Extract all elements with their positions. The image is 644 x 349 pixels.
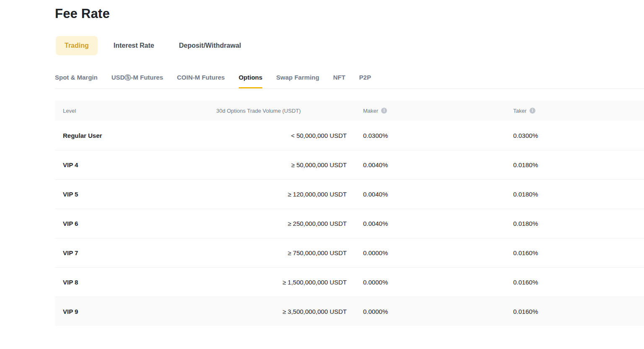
market-subtabs: Spot & Margin USDⓈ-M Futures COIN-M Futu… — [55, 69, 644, 89]
taker-fee-cell: 0.0160% — [513, 249, 644, 256]
maker-fee-cell: 0.0300% — [347, 132, 513, 139]
level-cell: VIP 5 — [55, 191, 135, 198]
table-row: VIP 4 ≥ 50,000,000 USDT 0.0040% 0.0180% — [55, 150, 644, 179]
subtab-swap-farming[interactable]: Swap Farming — [276, 69, 319, 88]
volume-cell: ≥ 1,500,000,000 USDT — [135, 279, 347, 286]
level-cell: VIP 7 — [55, 249, 135, 256]
level-cell: VIP 4 — [55, 161, 135, 168]
fee-rate-table: Level 30d Options Trade Volume (USDT) Ma… — [55, 101, 644, 326]
volume-cell: ≥ 750,000,000 USDT — [135, 249, 347, 256]
taker-fee-cell: 0.0160% — [513, 308, 644, 315]
table-row-highlighted: VIP 9 ≥ 3,500,000,000 USDT 0.0000% 0.016… — [55, 297, 644, 326]
maker-fee-cell: 0.0040% — [347, 220, 513, 227]
taker-fee-cell: 0.0180% — [513, 220, 644, 227]
taker-fee-cell: 0.0160% — [513, 279, 644, 286]
taker-fee-cell: 0.0300% — [513, 132, 644, 139]
subtab-p2p[interactable]: P2P — [359, 69, 371, 88]
maker-fee-cell: 0.0040% — [347, 161, 513, 168]
level-cell: VIP 9 — [55, 308, 135, 315]
table-row: VIP 5 ≥ 120,000,000 USDT 0.0040% 0.0180% — [55, 179, 644, 209]
main-tabs: Trading Interest Rate Deposit/Withdrawal — [56, 36, 644, 55]
column-header-taker: Taker i — [513, 108, 644, 114]
taker-fee-cell: 0.0180% — [513, 191, 644, 198]
maker-fee-cell: 0.0000% — [347, 308, 513, 315]
level-cell: VIP 8 — [55, 279, 135, 286]
fee-rate-page: Fee Rate Trading Interest Rate Deposit/W… — [0, 6, 644, 326]
subtab-options[interactable]: Options — [239, 69, 262, 88]
table-header: Level 30d Options Trade Volume (USDT) Ma… — [55, 101, 644, 121]
table-row: Regular User < 50,000,000 USDT 0.0300% 0… — [55, 121, 644, 150]
tab-interest-rate[interactable]: Interest Rate — [105, 36, 163, 55]
maker-fee-cell: 0.0040% — [347, 191, 513, 198]
column-header-taker-label: Taker — [513, 108, 527, 114]
taker-info-icon[interactable]: i — [530, 108, 535, 114]
volume-cell: ≥ 120,000,000 USDT — [135, 191, 347, 198]
tab-deposit-withdrawal[interactable]: Deposit/Withdrawal — [170, 36, 250, 55]
level-cell: Regular User — [55, 132, 135, 139]
volume-cell: ≥ 3,500,000,000 USDT — [135, 308, 347, 315]
tab-trading[interactable]: Trading — [56, 36, 98, 55]
taker-fee-cell: 0.0180% — [513, 161, 644, 168]
subtab-spot-margin[interactable]: Spot & Margin — [55, 69, 98, 88]
level-cell: VIP 6 — [55, 220, 135, 227]
maker-fee-cell: 0.0000% — [347, 249, 513, 256]
maker-fee-cell: 0.0000% — [347, 279, 513, 286]
column-header-level: Level — [55, 108, 135, 114]
volume-cell: ≥ 250,000,000 USDT — [135, 220, 347, 227]
table-row: VIP 7 ≥ 750,000,000 USDT 0.0000% 0.0160% — [55, 238, 644, 267]
subtab-nft[interactable]: NFT — [333, 69, 345, 88]
volume-cell: ≥ 50,000,000 USDT — [135, 161, 347, 168]
column-header-maker-label: Maker — [363, 108, 378, 114]
column-header-maker: Maker i — [347, 108, 513, 114]
subtab-usds-m-futures[interactable]: USDⓈ-M Futures — [112, 69, 163, 88]
maker-info-icon[interactable]: i — [381, 108, 387, 114]
column-header-volume: 30d Options Trade Volume (USDT) — [135, 108, 347, 114]
volume-cell: < 50,000,000 USDT — [135, 132, 347, 139]
page-title: Fee Rate — [55, 6, 644, 22]
table-row: VIP 6 ≥ 250,000,000 USDT 0.0040% 0.0180% — [55, 209, 644, 238]
table-row: VIP 8 ≥ 1,500,000,000 USDT 0.0000% 0.016… — [55, 267, 644, 297]
subtab-coin-m-futures[interactable]: COIN-M Futures — [177, 69, 225, 88]
